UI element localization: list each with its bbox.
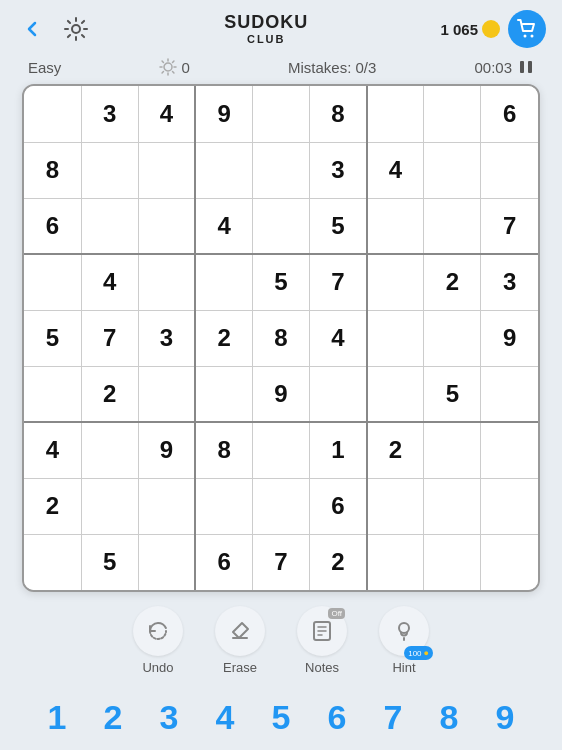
cell-4-3[interactable]: 2 [195,310,252,366]
cell-5-8[interactable] [481,366,538,422]
cell-1-8[interactable] [481,142,538,198]
settings-button[interactable] [60,13,92,45]
cell-4-4[interactable]: 8 [252,310,309,366]
cell-6-2[interactable]: 9 [138,422,195,478]
num-btn-3[interactable]: 3 [143,691,195,743]
num-btn-6[interactable]: 6 [311,691,363,743]
cell-2-2[interactable] [138,198,195,254]
cell-5-0[interactable] [24,366,81,422]
cell-8-5[interactable]: 2 [310,534,367,590]
cell-0-1[interactable]: 3 [81,86,138,142]
cell-6-3[interactable]: 8 [195,422,252,478]
cell-5-3[interactable] [195,366,252,422]
cell-7-1[interactable] [81,478,138,534]
cell-7-2[interactable] [138,478,195,534]
num-btn-8[interactable]: 8 [423,691,475,743]
cell-8-7[interactable] [424,534,481,590]
cell-4-1[interactable]: 7 [81,310,138,366]
cell-6-5[interactable]: 1 [310,422,367,478]
num-btn-7[interactable]: 7 [367,691,419,743]
cell-2-6[interactable] [367,198,424,254]
hint-label: Hint [392,660,415,675]
cell-8-4[interactable]: 7 [252,534,309,590]
cell-3-5[interactable]: 7 [310,254,367,310]
cell-3-7[interactable]: 2 [424,254,481,310]
cell-4-8[interactable]: 9 [481,310,538,366]
cell-8-1[interactable]: 5 [81,534,138,590]
cell-3-1[interactable]: 4 [81,254,138,310]
pause-icon[interactable] [518,59,534,75]
cell-7-5[interactable]: 6 [310,478,367,534]
cell-3-8[interactable]: 3 [481,254,538,310]
cell-1-0[interactable]: 8 [24,142,81,198]
cell-5-5[interactable] [310,366,367,422]
cell-0-6[interactable] [367,86,424,142]
cell-7-8[interactable] [481,478,538,534]
cell-7-7[interactable] [424,478,481,534]
cell-6-6[interactable]: 2 [367,422,424,478]
cell-0-4[interactable] [252,86,309,142]
cell-5-6[interactable] [367,366,424,422]
cell-4-0[interactable]: 5 [24,310,81,366]
cell-1-7[interactable] [424,142,481,198]
cell-4-7[interactable] [424,310,481,366]
cell-1-6[interactable]: 4 [367,142,424,198]
cell-2-1[interactable] [81,198,138,254]
cell-2-7[interactable] [424,198,481,254]
back-button[interactable] [16,13,48,45]
cell-0-8[interactable]: 6 [481,86,538,142]
cell-3-2[interactable] [138,254,195,310]
cell-1-1[interactable] [81,142,138,198]
cell-0-7[interactable] [424,86,481,142]
cell-7-4[interactable] [252,478,309,534]
cell-8-0[interactable] [24,534,81,590]
cell-1-5[interactable]: 3 [310,142,367,198]
cell-0-2[interactable]: 4 [138,86,195,142]
num-btn-4[interactable]: 4 [199,691,251,743]
cell-3-3[interactable] [195,254,252,310]
cell-4-5[interactable]: 4 [310,310,367,366]
cell-6-7[interactable] [424,422,481,478]
cell-1-3[interactable] [195,142,252,198]
cell-7-6[interactable] [367,478,424,534]
cell-4-6[interactable] [367,310,424,366]
cell-2-8[interactable]: 7 [481,198,538,254]
cell-7-0[interactable]: 2 [24,478,81,534]
cell-0-5[interactable]: 8 [310,86,367,142]
notes-button[interactable]: Off Notes [297,606,347,675]
cart-button[interactable] [508,10,546,48]
cell-5-4[interactable]: 9 [252,366,309,422]
cell-4-2[interactable]: 3 [138,310,195,366]
cell-2-5[interactable]: 5 [310,198,367,254]
cell-1-2[interactable] [138,142,195,198]
cell-5-2[interactable] [138,366,195,422]
cell-5-1[interactable]: 2 [81,366,138,422]
hint-button[interactable]: 100 ● Hint [379,606,429,675]
cell-2-4[interactable] [252,198,309,254]
cell-0-0[interactable] [24,86,81,142]
cell-3-6[interactable] [367,254,424,310]
cell-8-6[interactable] [367,534,424,590]
cell-0-3[interactable]: 9 [195,86,252,142]
cell-6-8[interactable] [481,422,538,478]
cell-6-4[interactable] [252,422,309,478]
cell-7-3[interactable] [195,478,252,534]
undo-button[interactable]: Undo [133,606,183,675]
num-btn-5[interactable]: 5 [255,691,307,743]
cell-8-8[interactable] [481,534,538,590]
cell-6-0[interactable]: 4 [24,422,81,478]
cell-3-4[interactable]: 5 [252,254,309,310]
cell-3-0[interactable] [24,254,81,310]
cell-8-3[interactable]: 6 [195,534,252,590]
num-btn-9[interactable]: 9 [479,691,531,743]
cell-2-3[interactable]: 4 [195,198,252,254]
grid-row: 5732849 [24,310,538,366]
num-btn-1[interactable]: 1 [31,691,83,743]
cell-6-1[interactable] [81,422,138,478]
cell-1-4[interactable] [252,142,309,198]
erase-button[interactable]: Erase [215,606,265,675]
cell-2-0[interactable]: 6 [24,198,81,254]
num-btn-2[interactable]: 2 [87,691,139,743]
cell-5-7[interactable]: 5 [424,366,481,422]
cell-8-2[interactable] [138,534,195,590]
